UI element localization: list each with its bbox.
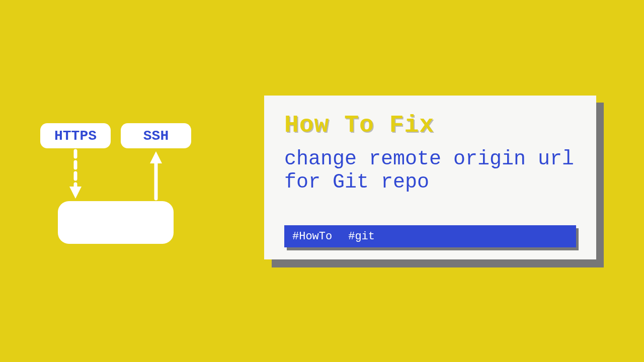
tags-bar: #HowTo #git (284, 225, 576, 247)
svg-marker-1 (69, 187, 82, 199)
node-https-label: HTTPS (54, 128, 97, 144)
svg-marker-3 (150, 151, 162, 163)
protocol-diagram: HTTPS SSH (40, 123, 201, 254)
tag-howto: #HowTo (292, 230, 332, 243)
node-ssh-label: SSH (143, 128, 169, 144)
card-subtitle: change remote origin url for Git repo (284, 148, 576, 194)
info-card: How To Fix change remote origin url for … (264, 96, 596, 259)
node-repo (58, 201, 174, 244)
node-https: HTTPS (40, 123, 111, 148)
card-title: How To Fix (284, 112, 576, 139)
tag-git: #git (348, 230, 375, 243)
node-ssh: SSH (121, 123, 191, 148)
